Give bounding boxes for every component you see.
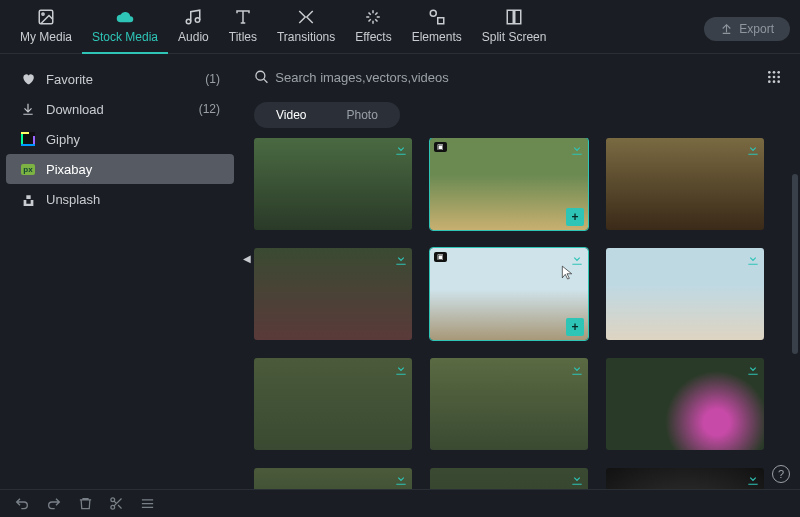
- media-thumbnail[interactable]: [606, 248, 764, 340]
- svg-rect-11: [21, 144, 35, 146]
- media-thumbnail[interactable]: [254, 468, 412, 489]
- tab-stock-media[interactable]: Stock Media: [82, 4, 168, 54]
- top-nav: My Media Stock Media Audio Titles Transi…: [0, 0, 800, 54]
- split-icon: [505, 8, 523, 26]
- tab-split-screen[interactable]: Split Screen: [472, 4, 557, 54]
- svg-rect-5: [437, 17, 443, 23]
- download-icon[interactable]: [570, 362, 584, 376]
- media-thumbnail[interactable]: ▣ +: [430, 138, 588, 230]
- download-icon[interactable]: [394, 362, 408, 376]
- pixabay-icon: px: [20, 161, 36, 177]
- music-icon: [184, 8, 202, 26]
- tab-label: Audio: [178, 30, 209, 44]
- tab-titles[interactable]: Titles: [219, 4, 267, 54]
- svg-point-20: [768, 80, 771, 83]
- media-type-tabs: Video Photo: [240, 98, 800, 138]
- svg-rect-6: [507, 10, 513, 24]
- svg-point-17: [768, 76, 771, 79]
- download-icon[interactable]: [394, 142, 408, 156]
- media-thumbnail[interactable]: [254, 248, 412, 340]
- media-thumbnail[interactable]: [606, 358, 764, 450]
- subtab-photo[interactable]: Photo: [326, 104, 397, 126]
- add-button[interactable]: +: [566, 208, 584, 226]
- sidebar-item-label: Download: [46, 102, 104, 117]
- download-icon[interactable]: [746, 472, 760, 486]
- undo-button[interactable]: [14, 496, 30, 512]
- search-icon: [254, 69, 269, 85]
- sidebar-item-favorite[interactable]: Favorite (1): [6, 64, 234, 94]
- add-button[interactable]: +: [566, 318, 584, 336]
- svg-point-2: [187, 19, 192, 24]
- svg-point-19: [777, 76, 780, 79]
- sidebar-item-label: Pixabay: [46, 162, 92, 177]
- download-icon[interactable]: [394, 252, 408, 266]
- media-thumbnail[interactable]: [606, 138, 764, 230]
- download-icon[interactable]: [746, 362, 760, 376]
- media-thumbnail[interactable]: [430, 358, 588, 450]
- content-panel: Video Photo ▣ + ▣ +: [240, 54, 800, 489]
- image-icon: [37, 8, 55, 26]
- redo-button[interactable]: [46, 496, 62, 512]
- tab-label: My Media: [20, 30, 72, 44]
- media-grid: ▣ + ▣ +: [240, 138, 800, 489]
- sidebar-item-label: Unsplash: [46, 192, 100, 207]
- sidebar-item-pixabay[interactable]: px Pixabay: [6, 154, 234, 184]
- camera-badge-icon: ▣: [434, 252, 447, 262]
- media-thumbnail[interactable]: [254, 138, 412, 230]
- sidebar-item-label: Giphy: [46, 132, 80, 147]
- media-thumbnail[interactable]: ▣ +: [430, 248, 588, 340]
- cut-button[interactable]: [109, 496, 124, 511]
- sidebar-item-label: Favorite: [46, 72, 93, 87]
- svg-point-18: [773, 76, 776, 79]
- tab-my-media[interactable]: My Media: [10, 4, 82, 54]
- svg-point-22: [777, 80, 780, 83]
- tab-label: Split Screen: [482, 30, 547, 44]
- svg-point-14: [768, 71, 771, 74]
- tab-label: Effects: [355, 30, 391, 44]
- help-button[interactable]: ?: [772, 465, 790, 483]
- main-area: Favorite (1) Download (12) Giphy px Pixa…: [0, 54, 800, 489]
- svg-point-16: [777, 71, 780, 74]
- tab-effects[interactable]: Effects: [345, 4, 401, 54]
- tab-label: Transitions: [277, 30, 335, 44]
- scrollbar[interactable]: [792, 174, 798, 354]
- tab-label: Titles: [229, 30, 257, 44]
- download-icon[interactable]: [570, 142, 584, 156]
- download-icon[interactable]: [570, 252, 584, 266]
- svg-point-23: [111, 498, 115, 502]
- media-thumbnail[interactable]: [430, 468, 588, 489]
- svg-rect-12: [21, 132, 29, 134]
- svg-point-1: [42, 12, 44, 14]
- transition-icon: [297, 8, 315, 26]
- tab-audio[interactable]: Audio: [168, 4, 219, 54]
- media-thumbnail[interactable]: [254, 358, 412, 450]
- sidebar-item-giphy[interactable]: Giphy: [6, 124, 234, 154]
- svg-point-24: [111, 505, 115, 509]
- download-icon[interactable]: [746, 252, 760, 266]
- cloud-icon: [116, 8, 134, 26]
- export-button[interactable]: Export: [704, 17, 790, 41]
- tab-label: Stock Media: [92, 30, 158, 44]
- download-icon[interactable]: [394, 472, 408, 486]
- svg-point-15: [773, 71, 776, 74]
- subtab-video[interactable]: Video: [256, 104, 326, 126]
- sidebar-item-download[interactable]: Download (12): [6, 94, 234, 124]
- svg-rect-7: [515, 10, 521, 24]
- footer-toolbar: [0, 489, 800, 517]
- svg-point-3: [196, 17, 201, 22]
- menu-button[interactable]: [140, 496, 155, 511]
- tab-transitions[interactable]: Transitions: [267, 4, 345, 54]
- download-icon: [20, 101, 36, 117]
- tab-elements[interactable]: Elements: [402, 4, 472, 54]
- download-icon[interactable]: [746, 142, 760, 156]
- svg-point-4: [430, 10, 436, 16]
- media-thumbnail[interactable]: [606, 468, 764, 489]
- svg-point-21: [773, 80, 776, 83]
- search-bar: [240, 54, 800, 98]
- download-icon[interactable]: [570, 472, 584, 486]
- search-input[interactable]: [275, 70, 758, 85]
- grid-view-icon[interactable]: [766, 69, 782, 85]
- delete-button[interactable]: [78, 496, 93, 511]
- shapes-icon: [428, 8, 446, 26]
- sidebar-item-unsplash[interactable]: Unsplash: [6, 184, 234, 214]
